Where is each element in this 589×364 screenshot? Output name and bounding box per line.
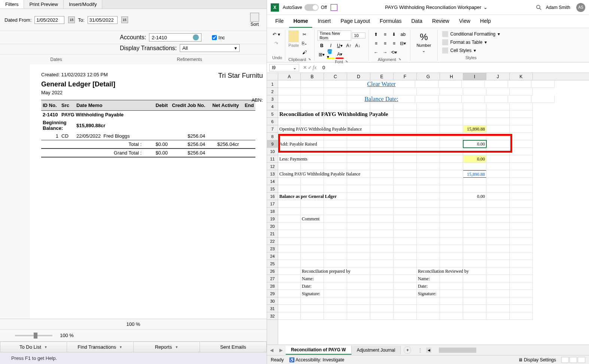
number-format-button[interactable]: % Number ⌄ (413, 30, 434, 55)
dated-to-input[interactable]: 31/05/2022 (88, 16, 118, 24)
cell-B24[interactable] (301, 253, 324, 260)
cell-B28[interactable]: Date: (301, 282, 324, 290)
cell-H27[interactable] (440, 275, 463, 282)
cell-F5[interactable] (394, 110, 417, 118)
cell-I7[interactable]: 15,890.88 (463, 125, 486, 133)
tab-print-preview[interactable]: Print Preview (24, 0, 64, 9)
cell-J31[interactable] (486, 305, 510, 312)
cell-C14[interactable] (324, 178, 347, 185)
cell-H24[interactable] (440, 253, 463, 260)
cell-B22[interactable] (301, 238, 324, 245)
row-header-16[interactable]: 16 (267, 193, 278, 200)
cell-I19[interactable] (463, 215, 486, 223)
cell-K3[interactable] (531, 95, 555, 103)
calendar-icon[interactable]: 15 (121, 16, 128, 23)
cell-F7[interactable] (394, 125, 417, 133)
cell-E13[interactable] (370, 170, 394, 178)
cell-F3[interactable] (415, 95, 438, 103)
cell-E7[interactable] (370, 125, 394, 133)
cell-H26[interactable] (440, 267, 463, 275)
cell-J29[interactable] (486, 290, 510, 297)
cell-F21[interactable] (394, 230, 417, 238)
cell-E25[interactable] (370, 260, 394, 267)
align-bottom-button[interactable]: ⬇ (390, 30, 398, 39)
cell-H12[interactable] (440, 163, 463, 170)
cell-F4[interactable] (394, 103, 417, 110)
sheet-nav-prev[interactable]: ◀ (267, 348, 276, 353)
row-header-26[interactable]: 26 (267, 267, 278, 275)
cell-A14[interactable] (278, 178, 301, 185)
cell-E5[interactable] (370, 110, 394, 118)
tab-help[interactable]: Help (476, 15, 495, 28)
font-name-select[interactable]: Times New Rom (318, 30, 351, 41)
cell-B29[interactable]: Signature: (301, 290, 324, 297)
cell-B17[interactable] (301, 200, 324, 208)
row-header-6[interactable]: 6 (267, 118, 278, 125)
name-box[interactable]: I9⌄ (269, 64, 299, 71)
format-as-table-button[interactable]: Format as Table ▾ (441, 39, 489, 46)
cell-C32[interactable] (324, 312, 347, 320)
cell-E26[interactable] (370, 267, 394, 275)
cell-I27[interactable] (463, 275, 486, 282)
cell-G29[interactable]: Signature: (417, 290, 440, 297)
cell-G18[interactable] (417, 208, 440, 215)
cell-G32[interactable] (417, 312, 440, 320)
normal-view-button[interactable] (561, 357, 569, 363)
cell-K23[interactable] (510, 245, 533, 253)
display-settings-button[interactable]: 🖥 Display Settings (518, 357, 556, 363)
cell-D31[interactable] (347, 305, 370, 312)
cell-G28[interactable]: Date: (417, 282, 440, 290)
cell-K15[interactable] (510, 185, 533, 193)
cell-A22[interactable] (278, 238, 301, 245)
cell-A8[interactable] (278, 133, 301, 140)
cell-E3[interactable]: Balance Date: (348, 95, 415, 103)
tab-view[interactable]: View (455, 15, 475, 28)
cell-J27[interactable] (486, 275, 510, 282)
cell-K12[interactable] (510, 163, 533, 170)
cell-B13[interactable] (301, 170, 324, 178)
cell-I4[interactable] (463, 103, 486, 110)
cell-B15[interactable] (301, 185, 324, 193)
cell-A3[interactable] (278, 95, 301, 103)
cell-J28[interactable] (486, 282, 510, 290)
cell-A11[interactable]: Less: Payments (278, 155, 301, 163)
cell-H21[interactable] (440, 230, 463, 238)
cell-D20[interactable] (347, 223, 370, 230)
cell-E16[interactable] (370, 193, 394, 200)
cell-D12[interactable] (347, 163, 370, 170)
cell-B20[interactable] (301, 223, 324, 230)
cell-F23[interactable] (394, 245, 417, 253)
cell-C11[interactable] (324, 155, 347, 163)
row-header-9[interactable]: 9 (267, 140, 278, 148)
cell-J6[interactable] (486, 118, 510, 125)
cell-I29[interactable] (463, 290, 486, 297)
row-header-27[interactable]: 27 (267, 275, 278, 282)
cell-J9[interactable] (486, 140, 510, 148)
tab-home[interactable]: Home (289, 15, 313, 28)
col-debit[interactable]: Debit (143, 100, 169, 111)
cell-B10[interactable] (301, 148, 324, 155)
cell-G21[interactable] (417, 230, 440, 238)
cell-G1[interactable] (438, 80, 462, 88)
cell-I5[interactable] (463, 110, 486, 118)
cell-G5[interactable] (417, 110, 440, 118)
tab-filters[interactable]: Filters (0, 0, 24, 9)
cell-H28[interactable] (440, 282, 463, 290)
cell-C1[interactable] (324, 80, 347, 88)
cell-B2[interactable] (301, 88, 324, 95)
col-header-K[interactable]: K (510, 73, 533, 80)
cell-K16[interactable] (510, 193, 533, 200)
cell-I11[interactable]: 0.00 (463, 155, 486, 163)
select-all-corner[interactable] (267, 73, 278, 80)
cell-J3[interactable] (508, 95, 531, 103)
cell-A17[interactable] (278, 200, 301, 208)
row-header-20[interactable]: 20 (267, 223, 278, 230)
formula-input[interactable] (320, 64, 587, 71)
cell-F26[interactable] (394, 267, 417, 275)
cell-D6[interactable] (347, 118, 370, 125)
row-header-18[interactable]: 18 (267, 208, 278, 215)
cell-E21[interactable] (370, 230, 394, 238)
find-transactions-button[interactable]: Find Transactions▼ (67, 342, 133, 352)
cell-F17[interactable] (394, 200, 417, 208)
cell-J10[interactable] (486, 148, 510, 155)
